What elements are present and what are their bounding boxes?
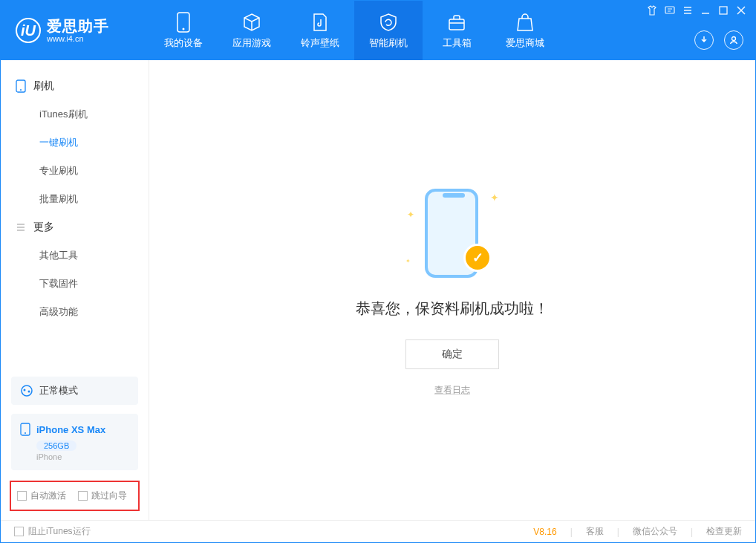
- svg-point-10: [28, 391, 30, 393]
- sidebar-item-other-tools[interactable]: 其他工具: [1, 241, 149, 270]
- version-label: V8.16: [533, 527, 556, 537]
- tab-ringtone-wallpaper[interactable]: 铃声壁纸: [286, 1, 354, 60]
- device-icon: [20, 423, 30, 436]
- tab-mall[interactable]: 爱思商城: [491, 1, 559, 60]
- toolbox-icon: [446, 12, 467, 33]
- support-link[interactable]: 客服: [586, 525, 604, 538]
- device-storage-badge: 256GB: [36, 440, 76, 451]
- svg-rect-2: [449, 19, 464, 30]
- sidebar-item-download-firmware[interactable]: 下载固件: [1, 270, 149, 298]
- sidebar-section-more: 更多: [1, 213, 149, 241]
- view-log-link[interactable]: 查看日志: [434, 384, 470, 397]
- block-itunes-checkbox[interactable]: 阻止iTunes运行: [14, 525, 91, 538]
- shirt-icon[interactable]: [647, 5, 657, 16]
- auto-activate-checkbox[interactable]: 自动激活: [17, 490, 66, 502]
- app-url: www.i4.cn: [47, 34, 109, 43]
- sidebar-item-pro-flash[interactable]: 专业刷机: [1, 157, 149, 185]
- svg-point-1: [183, 27, 185, 30]
- check-icon: ✓: [463, 244, 492, 272]
- maximize-button[interactable]: [718, 5, 729, 16]
- main-content: ✦✦✦ ✓ 恭喜您，保资料刷机成功啦！ 确定 查看日志: [149, 60, 755, 520]
- list-icon: [16, 222, 26, 233]
- footer: 阻止iTunes运行 V8.16 | 客服 | 微信公众号 | 检查更新: [1, 520, 755, 542]
- svg-rect-3: [665, 7, 674, 13]
- sidebar-item-batch-flash[interactable]: 批量刷机: [1, 185, 149, 213]
- device-type: iPhone: [36, 452, 129, 461]
- logo: iU 爱思助手 www.i4.cn: [1, 1, 149, 60]
- success-message: 恭喜您，保资料刷机成功啦！: [356, 299, 549, 319]
- wechat-link[interactable]: 微信公众号: [633, 525, 677, 538]
- download-button[interactable]: [694, 30, 714, 50]
- svg-rect-4: [720, 7, 727, 14]
- sidebar-section-flash: 刷机: [1, 72, 149, 100]
- phone-icon: [16, 79, 26, 93]
- sidebar: 刷机 iTunes刷机 一键刷机 专业刷机 批量刷机 更多 其他工具 下载固件 …: [1, 60, 149, 520]
- shield-refresh-icon: [378, 12, 399, 33]
- confirm-button[interactable]: 确定: [405, 339, 499, 369]
- sidebar-item-advanced[interactable]: 高级功能: [1, 298, 149, 326]
- music-file-icon: [310, 12, 330, 33]
- svg-point-7: [20, 89, 22, 91]
- mode-icon: [20, 384, 33, 397]
- device-card[interactable]: iPhone XS Max 256GB iPhone: [11, 414, 138, 470]
- tab-apps-games[interactable]: 应用游戏: [218, 1, 286, 60]
- tab-my-device[interactable]: 我的设备: [149, 1, 218, 60]
- tab-smart-flash[interactable]: 智能刷机: [354, 1, 423, 60]
- app-name: 爱思助手: [47, 18, 109, 34]
- svg-point-5: [732, 37, 736, 41]
- tab-toolbox[interactable]: 工具箱: [423, 1, 491, 60]
- mode-card[interactable]: 正常模式: [11, 377, 138, 405]
- user-button[interactable]: [724, 30, 743, 50]
- skip-guide-checkbox[interactable]: 跳过向导: [78, 490, 127, 502]
- window-controls: [647, 5, 746, 16]
- app-window: iU 爱思助手 www.i4.cn 我的设备 应用游戏 铃声壁纸 智能刷机: [0, 0, 756, 543]
- logo-icon: iU: [16, 18, 41, 43]
- close-button[interactable]: [736, 5, 746, 16]
- device-name: iPhone XS Max: [36, 424, 105, 435]
- device-icon: [173, 12, 194, 33]
- svg-point-9: [24, 389, 26, 391]
- bag-icon: [515, 12, 535, 33]
- sidebar-item-itunes-flash[interactable]: iTunes刷机: [1, 100, 149, 129]
- menu-icon[interactable]: [682, 5, 693, 16]
- svg-point-8: [22, 386, 32, 396]
- sidebar-item-oneclick-flash[interactable]: 一键刷机: [1, 129, 149, 157]
- options-row-highlighted: 自动激活 跳过向导: [10, 481, 140, 511]
- check-update-link[interactable]: 检查更新: [706, 525, 742, 538]
- success-illustration: ✦✦✦ ✓: [404, 184, 501, 281]
- svg-point-12: [25, 432, 26, 434]
- titlebar: iU 爱思助手 www.i4.cn 我的设备 应用游戏 铃声壁纸 智能刷机: [1, 1, 755, 60]
- nav-tabs: 我的设备 应用游戏 铃声壁纸 智能刷机 工具箱 爱思商城: [149, 1, 559, 60]
- feedback-icon[interactable]: [665, 5, 675, 16]
- cube-icon: [241, 12, 262, 33]
- minimize-button[interactable]: [700, 5, 711, 16]
